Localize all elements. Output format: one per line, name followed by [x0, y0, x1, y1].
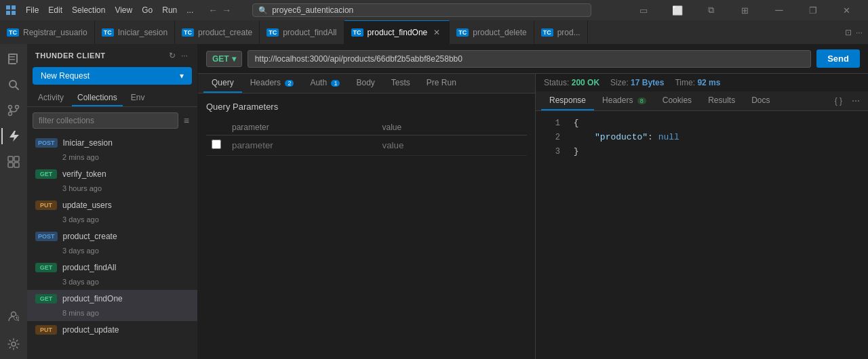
value-input-cell[interactable] — [377, 135, 528, 156]
tab-docs[interactable]: Docs — [743, 91, 778, 110]
layout-icon2[interactable]: ⬜ — [662, 0, 693, 20]
menu-edit[interactable]: Edit — [44, 4, 66, 16]
tab-pre-run[interactable]: Pre Run — [418, 74, 465, 93]
param-key-input[interactable] — [232, 140, 372, 150]
request-time: 3 days ago — [35, 278, 99, 286]
sidebar-tab-collections[interactable]: Collections — [72, 90, 123, 106]
request-name: product_findOne — [62, 294, 189, 303]
line-number: 1 — [544, 117, 560, 130]
tab-product-findone[interactable]: TC product_findOne ✕ — [344, 20, 450, 44]
restore-button[interactable]: ❐ — [797, 0, 829, 20]
window-controls: ▭ ⬜ ⧉ ⊞ ─ ❐ ✕ — [628, 0, 863, 20]
format-json-icon[interactable]: { } — [832, 95, 845, 107]
tab-headers[interactable]: Headers 2 — [242, 74, 302, 93]
menu-go[interactable]: Go — [138, 4, 157, 16]
activity-files[interactable] — [1, 47, 26, 71]
svg-rect-17 — [14, 156, 19, 161]
tab-product-findall[interactable]: TC product_findAll — [260, 20, 344, 44]
tab-auth[interactable]: Auth 1 — [302, 74, 348, 93]
more-tabs-icon[interactable]: ··· — [856, 28, 863, 37]
tab-product-delete[interactable]: TC product_delete — [450, 20, 534, 44]
send-button[interactable]: Send — [816, 49, 860, 68]
request-name: update_users — [62, 200, 189, 210]
sidebar-tab-activity[interactable]: Activity — [33, 90, 69, 106]
filter-input[interactable] — [33, 112, 178, 129]
global-search[interactable]: 🔍 proyec6_autenticacion — [252, 3, 591, 17]
more-options-icon[interactable]: ··· — [180, 49, 189, 62]
method-selector[interactable]: GET ▾ — [206, 51, 242, 67]
url-input[interactable] — [248, 50, 812, 68]
sidebar-header: THUNDER CLIENT ↻ ··· — [27, 44, 197, 67]
tab-results[interactable]: Results — [700, 91, 743, 110]
activity-extensions[interactable] — [1, 150, 26, 174]
split-editor-icon[interactable]: ⊡ — [845, 28, 852, 37]
tab-product-create[interactable]: TC product_create — [175, 20, 260, 44]
tab-label: product_findAll — [283, 28, 336, 37]
tab-registrar-usuario[interactable]: TC Registrar_usuario — [0, 20, 95, 44]
list-item[interactable]: POST Iniciar_sesion 2 mins ago — [27, 134, 197, 165]
menu-bar: File Edit Selection View Go Run ... — [22, 4, 197, 16]
activity-thunder[interactable] — [1, 124, 26, 148]
minimize-button[interactable]: ─ — [764, 0, 795, 20]
activity-search[interactable] — [1, 72, 26, 97]
list-item[interactable]: GET verify_token 3 hours ago — [27, 165, 197, 196]
refresh-icon[interactable]: ↻ — [167, 49, 177, 62]
tab-iniciar-sesion[interactable]: TC Iniciar_sesion — [95, 20, 175, 44]
tab-body[interactable]: Body — [348, 74, 382, 93]
filter-options-button[interactable]: ≡ — [181, 114, 192, 127]
list-item[interactable]: GET product_findAll 3 days ago — [27, 259, 197, 290]
tab-query[interactable]: Query — [203, 74, 242, 93]
tab-cookies[interactable]: Cookies — [654, 91, 700, 110]
layout-icon4[interactable]: ⊞ — [730, 0, 761, 20]
menu-selection[interactable]: Selection — [68, 4, 109, 16]
menu-run[interactable]: Run — [158, 4, 181, 16]
menu-view[interactable]: View — [111, 4, 136, 16]
json-line-2: 2 "producto": null — [544, 131, 860, 145]
sidebar-title: THUNDER CLIENT — [35, 51, 162, 60]
layout-icon3[interactable]: ⧉ — [696, 0, 727, 20]
menu-more[interactable]: ... — [182, 4, 197, 16]
req-res-split: Query Headers 2 Auth 1 Body Tests Pre Ru… — [198, 74, 868, 359]
tab-bar-actions: ⊡ ··· — [840, 28, 868, 37]
activity-account[interactable] — [1, 303, 26, 328]
list-item[interactable]: PUT product_update — [27, 321, 197, 339]
list-item[interactable]: POST product_create 3 days ago — [27, 228, 197, 259]
app-icon — [5, 5, 16, 16]
svg-rect-16 — [8, 156, 13, 161]
sidebar-tab-env[interactable]: Env — [125, 90, 151, 106]
json-colon: : — [648, 132, 658, 142]
tab-response-headers[interactable]: Headers 8 — [594, 91, 654, 110]
new-request-label: New Request — [41, 71, 90, 81]
response-tabs: Response Headers 8 Cookies Results Docs … — [536, 91, 868, 111]
layout-icon1[interactable]: ▭ — [628, 0, 659, 20]
close-button[interactable]: ✕ — [831, 0, 863, 20]
tab-badge: TC — [456, 28, 469, 37]
param-checkbox[interactable] — [212, 140, 221, 149]
line-number: 2 — [544, 131, 560, 144]
tab-close-button[interactable]: ✕ — [431, 27, 442, 38]
forward-arrow[interactable]: → — [222, 5, 231, 16]
method-dropdown-icon: ▾ — [232, 54, 236, 64]
new-request-button[interactable]: New Request ▾ — [33, 67, 192, 85]
menu-file[interactable]: File — [22, 4, 43, 16]
activity-settings[interactable] — [1, 332, 26, 356]
tab-label: Headers — [250, 78, 281, 87]
time-value: 92 ms — [697, 78, 720, 87]
svg-rect-9 — [9, 59, 15, 60]
param-input-cell[interactable] — [226, 135, 377, 156]
tab-response[interactable]: Response — [541, 91, 594, 110]
request-time: 3 hours ago — [35, 184, 102, 192]
copy-response-icon[interactable]: ⋯ — [849, 95, 863, 107]
param-value-input[interactable] — [382, 140, 522, 150]
back-arrow[interactable]: ← — [208, 5, 218, 16]
activity-source-control[interactable] — [1, 98, 26, 123]
request-name: product_findAll — [62, 263, 189, 272]
tab-tests[interactable]: Tests — [383, 74, 418, 93]
request-time: 8 mins ago — [35, 309, 99, 317]
tab-badge: TC — [182, 28, 194, 37]
tab-badge: 2 — [285, 80, 294, 87]
list-item[interactable]: GET product_findOne 8 mins ago — [27, 290, 197, 321]
list-item[interactable]: PUT update_users 3 days ago — [27, 196, 197, 228]
checkbox-cell[interactable] — [206, 135, 226, 156]
tab-product-extra[interactable]: TC prod... — [534, 20, 588, 44]
